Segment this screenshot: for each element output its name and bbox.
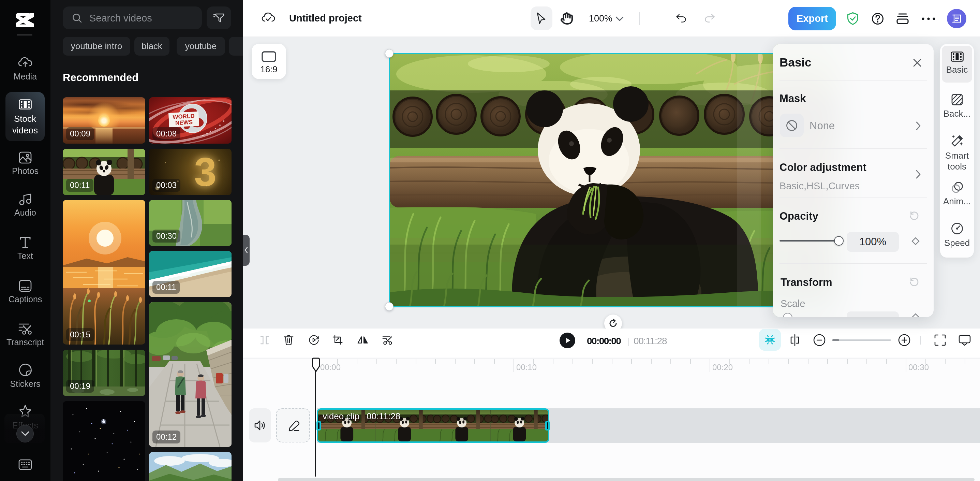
- svg-text:NEWS: NEWS: [175, 119, 193, 127]
